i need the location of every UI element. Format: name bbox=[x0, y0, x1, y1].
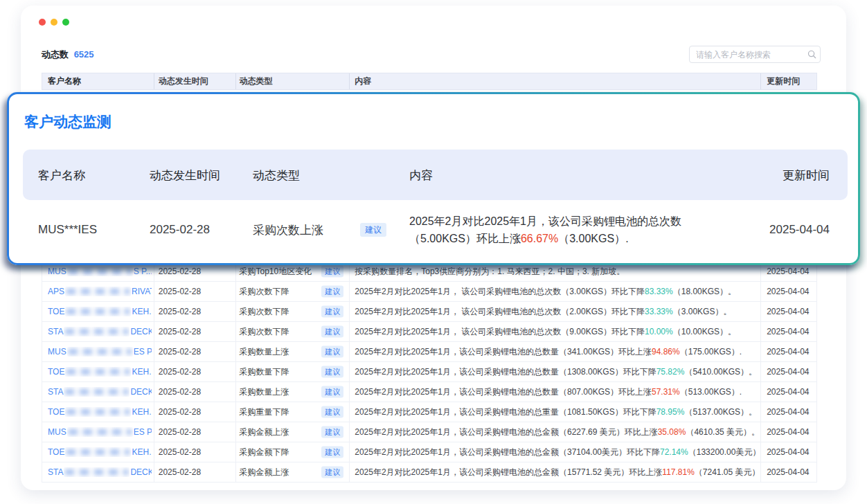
event-date: 2025-02-28 bbox=[154, 362, 236, 381]
customer-name-link[interactable]: TOE KEH... bbox=[48, 407, 152, 417]
customer-name-prefix: TOE bbox=[48, 447, 64, 457]
minimize-window-icon[interactable] bbox=[51, 19, 57, 26]
overlay-column-content: 内容 bbox=[409, 167, 433, 183]
event-type: 采购数量上涨 bbox=[240, 346, 289, 358]
customer-name-link[interactable]: MUS ES P... bbox=[48, 427, 152, 437]
customer-name-link[interactable]: TOE KEH... bbox=[48, 367, 152, 377]
table-row: TOE KEH... 2025-02-28 采购次数下降 建议 2025年2月对… bbox=[42, 302, 816, 322]
customer-name-blur bbox=[64, 467, 129, 477]
content-before: 按采购数量排名，Top3供应商分别为：1. 马来西亚；2. 中国；3. 新加坡。 bbox=[355, 266, 625, 278]
content-after: （18.00KGS）。 bbox=[673, 286, 736, 298]
customer-name-blur bbox=[65, 307, 131, 316]
overlay-column-event-time: 动态发生时间 bbox=[150, 167, 220, 183]
event-date: 2025-02-28 bbox=[154, 342, 236, 361]
overlay-customer-name: MUS***IES bbox=[38, 223, 97, 237]
event-date: 2025-02-28 bbox=[154, 382, 236, 402]
table-row: STA DECK... 2025-02-28 采购金额上涨 建议 2025年2月… bbox=[42, 462, 816, 483]
content-cell: 2025年2月对比2025年1月，该公司采购锂电池的总数量（1308.00KGS… bbox=[350, 362, 761, 381]
update-date: 2025-04-04 bbox=[761, 342, 816, 361]
content-cell: 2025年2月对比2025年1月， 该公司采购锂电池的总次数（9.00KGS）环… bbox=[350, 322, 761, 341]
search-icon[interactable] bbox=[807, 50, 816, 59]
content-after: （513.00KGS）. bbox=[680, 386, 742, 398]
customer-name-link[interactable]: MUS S P... bbox=[48, 267, 152, 276]
table-row: MUS ES P... 2025-02-28 采购金额上涨 建议 2025年2月… bbox=[42, 422, 816, 442]
event-type: 采购次数下降 bbox=[240, 306, 289, 318]
content-before: 2025年2月对比2025年1月，该公司采购锂电池的总数量（1308.00KGS… bbox=[355, 366, 656, 378]
customer-name-prefix: MUS bbox=[48, 347, 66, 357]
dynamic-count-value: 6525 bbox=[74, 49, 94, 60]
overlay-column-customer: 客户名称 bbox=[38, 167, 85, 183]
customer-name-link[interactable]: TOE KEH... bbox=[48, 307, 152, 316]
dynamic-count: 动态数 6525 bbox=[42, 48, 94, 61]
update-date: 2025-04-04 bbox=[761, 442, 816, 462]
close-window-icon[interactable] bbox=[39, 19, 46, 26]
customer-name-prefix: APS bbox=[48, 287, 64, 296]
content-before: 2025年2月对比2025年1月，该公司采购锂电池的总数量（341.00KGS）… bbox=[355, 346, 652, 358]
overlay-event-date: 2025-02-28 bbox=[150, 223, 210, 237]
customer-name-link[interactable]: STA DECK... bbox=[48, 467, 152, 477]
table-row: STA DECK... 2025-02-28 采购数量上涨 建议 2025年2月… bbox=[42, 382, 816, 402]
customer-name-blur bbox=[67, 347, 133, 357]
content-after: （175.00KGS）. bbox=[680, 346, 742, 358]
customer-name-link[interactable]: TOE KEH... bbox=[48, 447, 152, 457]
content-cell: 2025年2月对比2025年1月，该公司采购锂电池的总金额（15771.52 美… bbox=[350, 462, 761, 482]
maximize-window-icon[interactable] bbox=[62, 19, 69, 26]
customer-name-link[interactable]: APS RIVAT... bbox=[48, 287, 152, 296]
customer-name-blur bbox=[65, 407, 131, 417]
content-cell: 2025年2月对比2025年1月，该公司采购锂电池的总数量（341.00KGS）… bbox=[350, 342, 761, 361]
content-before: 2025年2月对比2025年1月，该公司采购锂电池的总金额（6227.69 美元… bbox=[355, 426, 657, 438]
column-header-customer: 客户名称 bbox=[42, 73, 154, 89]
overlay-title: 客户动态监测 bbox=[24, 112, 111, 132]
event-date: 2025-02-28 bbox=[154, 422, 236, 442]
content-after: （3.00KGS）。 bbox=[673, 306, 732, 318]
suggest-badge: 建议 bbox=[321, 266, 343, 278]
content-before: 2025年2月对比2025年1月，该公司采购锂电池的总数量（807.00KGS）… bbox=[355, 386, 652, 398]
content-before: 2025年2月对比2025年1月， 该公司采购锂电池的总次数（3.00KGS）环… bbox=[355, 286, 645, 298]
customer-name-suffix: KEH... bbox=[132, 447, 152, 457]
overlay-card: 客户动态监测 客户名称 动态发生时间 动态类型 内容 更新时间 MUS***IE… bbox=[7, 92, 860, 265]
content-after: （7241.05 美元）。 bbox=[695, 467, 761, 478]
content-percent: 35.08% bbox=[658, 427, 686, 437]
suggest-badge: 建议 bbox=[321, 326, 343, 338]
content-before: 2025年2月对比2025年1月，该公司采购锂电池的总金额（37104.00美元… bbox=[355, 447, 660, 458]
content-percent: 94.86% bbox=[652, 347, 680, 357]
content-cell: 2025年2月对比2025年1月，该公司采购锂电池的总金额（37104.00美元… bbox=[350, 442, 761, 462]
column-header-content: 内容 bbox=[350, 73, 761, 89]
customer-name-suffix: RIVAT... bbox=[132, 287, 152, 296]
column-header-event-type: 动态类型 bbox=[236, 73, 350, 89]
customer-name-suffix: ES P... bbox=[134, 427, 152, 437]
customer-name-link[interactable]: STA DECK... bbox=[48, 327, 152, 336]
search-input[interactable] bbox=[690, 46, 807, 62]
update-date: 2025-04-04 bbox=[761, 402, 816, 422]
customer-name-suffix: KEH... bbox=[132, 407, 152, 417]
overlay-update-date: 2025-04-04 bbox=[769, 223, 830, 237]
customer-name-blur bbox=[64, 387, 129, 397]
update-date: 2025-04-04 bbox=[761, 362, 816, 381]
content-cell: 2025年2月对比2025年1月，该公司采购锂电池的总数量（807.00KGS）… bbox=[350, 382, 761, 402]
event-date: 2025-02-28 bbox=[154, 282, 236, 301]
content-before: 2025年2月对比2025年1月， 该公司采购锂电池的总次数（2.00KGS）环… bbox=[355, 306, 645, 318]
customer-name-prefix: MUS bbox=[48, 427, 66, 437]
customer-name-prefix: MUS bbox=[48, 267, 66, 276]
content-cell: 2025年2月对比2025年1月， 该公司采购锂电池的总次数（3.00KGS）环… bbox=[350, 282, 761, 301]
screen: 动态数 6525 客户名称 动态发生时间 动态类型 内容 更新时间 MUS bbox=[0, 0, 867, 504]
suggest-badge: 建议 bbox=[321, 306, 343, 318]
customer-name-blur bbox=[65, 447, 131, 457]
column-header-event-time: 动态发生时间 bbox=[154, 73, 236, 89]
overlay-content: 2025年2月对比2025年1月，该公司采购锂电池的总次数（5.00KGS）环比… bbox=[409, 213, 692, 247]
suggest-badge: 建议 bbox=[321, 426, 343, 438]
overlay-content-after: （3.00KGS）. bbox=[558, 233, 628, 244]
content-percent: 78.95% bbox=[656, 407, 685, 417]
content-percent: 83.33% bbox=[645, 287, 673, 296]
update-date: 2025-04-04 bbox=[761, 462, 816, 482]
customer-name-link[interactable]: MUS ES P... bbox=[48, 347, 152, 357]
table-row: STA DECK... 2025-02-28 采购次数下降 建议 2025年2月… bbox=[42, 322, 816, 342]
content-cell: 2025年2月对比2025年1月， 该公司采购锂电池的总次数（2.00KGS）环… bbox=[350, 302, 761, 321]
customer-name-prefix: TOE bbox=[48, 307, 64, 316]
table-row: TOE KEH... 2025-02-28 采购重量下降 建议 2025年2月对… bbox=[42, 402, 816, 422]
customer-name-link[interactable]: STA DECK... bbox=[48, 387, 152, 397]
update-date: 2025-04-04 bbox=[761, 422, 816, 442]
update-date: 2025-04-04 bbox=[761, 382, 816, 402]
customer-name-suffix: KEH... bbox=[132, 367, 152, 377]
content-cell: 2025年2月对比2025年1月，该公司采购锂电池的总金额（6227.69 美元… bbox=[350, 422, 761, 442]
